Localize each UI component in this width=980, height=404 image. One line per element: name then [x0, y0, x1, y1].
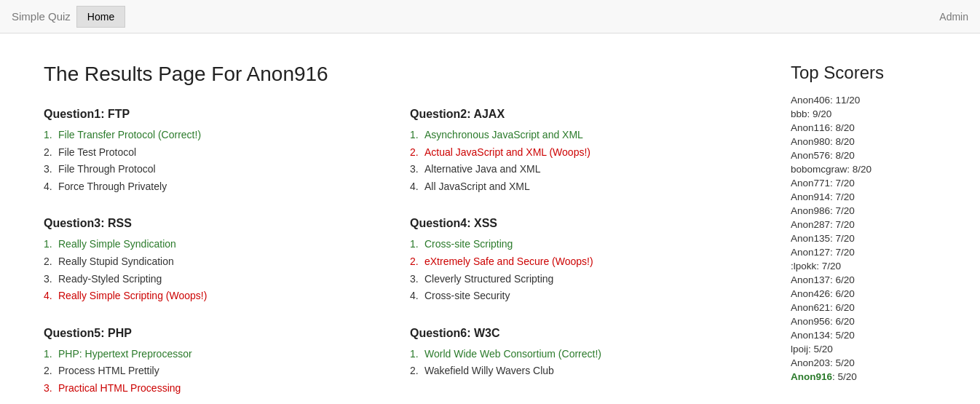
answer-list-q3: 1. Really Simple Syndication2. Really St…: [44, 237, 381, 303]
answer-item: 3. Practical HTML Processing: [44, 381, 381, 396]
answer-item: 2. Wakefield Willy Wavers Club: [410, 364, 747, 379]
answer-text: Force Through Privately: [58, 180, 167, 194]
answer-item: 4. Force Through Privately: [44, 180, 381, 194]
answer-num: 1.: [410, 128, 424, 143]
answer-num: 1.: [410, 347, 424, 362]
question-title-q1: Question1: FTP: [44, 108, 381, 121]
answer-text: Process HTML Prettily: [58, 364, 159, 379]
scorer-item: Anon116: 8/20: [791, 122, 936, 133]
answer-text: File Through Protocol: [58, 162, 156, 177]
answer-item: 2. Actual JavaScript and XML (Woops!): [410, 146, 747, 160]
answer-text: File Transfer Protocol (Correct!): [58, 128, 201, 143]
scorers-section: Top Scorers Anon406: 11/20bbb: 9/20Anon1…: [791, 63, 936, 404]
answer-num: 2.: [44, 364, 58, 379]
page-title: The Results Page For Anon916: [44, 63, 747, 86]
answer-num: 2.: [410, 364, 424, 379]
answer-item: 1. Really Simple Syndication: [44, 237, 381, 252]
question-title-q4: Question4: XSS: [410, 217, 747, 230]
scorer-item: Anon135: 7/20: [791, 233, 936, 244]
answer-num: 3.: [44, 272, 58, 287]
scorer-item: Anon576: 8/20: [791, 150, 936, 161]
question-block-q4: Question4: XSS1. Cross-site Scripting2. …: [410, 217, 747, 306]
scorer-item: Anon956: 6/20: [791, 316, 936, 327]
answer-text: All JavaScript and XML: [424, 180, 530, 194]
scorer-item: Anon621: 6/20: [791, 302, 936, 313]
answer-num: 3.: [410, 162, 424, 177]
answer-num: 3.: [44, 162, 58, 177]
question-block-q6: Question6: W3C1. World Wide Web Consorti…: [410, 327, 747, 399]
answer-item: 1. Cross-site Scripting: [410, 237, 747, 252]
question-block-q1: Question1: FTP1. File Transfer Protocol …: [44, 108, 381, 197]
answer-item: 4. Really Simple Scripting (Woops!): [44, 289, 381, 304]
answer-item: 2. File Test Protocol: [44, 146, 381, 160]
answer-num: 1.: [44, 237, 58, 252]
question-block-q5: Question5: PHP1. PHP: Hypertext Preproce…: [44, 327, 381, 399]
answer-item: 1. World Wide Web Consortium (Correct!): [410, 347, 747, 362]
answer-text: File Test Protocol: [58, 146, 136, 160]
navbar: Simple Quiz Home Admin: [0, 0, 980, 33]
scorer-item: Anon127: 7/20: [791, 247, 936, 258]
question-title-q6: Question6: W3C: [410, 327, 747, 340]
answer-num: 1.: [44, 128, 58, 143]
question-title-q3: Question3: RSS: [44, 217, 381, 230]
scorer-item: Anon980: 8/20: [791, 136, 936, 147]
answer-num: 4.: [410, 180, 424, 194]
answer-item: 1. File Transfer Protocol (Correct!): [44, 128, 381, 143]
answer-item: 3. File Through Protocol: [44, 162, 381, 177]
answer-list-q4: 1. Cross-site Scripting2. eXtremely Safe…: [410, 237, 747, 303]
navbar-admin: Admin: [939, 11, 968, 23]
question-title-q2: Question2: AJAX: [410, 108, 747, 121]
answer-list-q1: 1. File Transfer Protocol (Correct!)2. F…: [44, 128, 381, 194]
home-button[interactable]: Home: [76, 6, 125, 28]
answer-item: 2. eXtremely Safe and Secure (Woops!): [410, 255, 747, 269]
main-container: The Results Page For Anon916 Question1: …: [0, 33, 980, 404]
scorer-item: Anon134: 5/20: [791, 330, 936, 341]
answer-item: 4. All JavaScript and XML: [410, 180, 747, 194]
scorer-item: :lpokk: 7/20: [791, 261, 936, 272]
scorer-item: Anon426: 6/20: [791, 288, 936, 299]
answer-num: 4.: [44, 180, 58, 194]
answer-item: 2. Really Stupid Syndication: [44, 255, 381, 269]
answer-list-q5: 1. PHP: Hypertext Preprocessor2. Process…: [44, 347, 381, 396]
answer-list-q2: 1. Asynchronous JavaScript and XML2. Act…: [410, 128, 747, 194]
scorer-item: lpoij: 5/20: [791, 344, 936, 355]
answer-num: 2.: [410, 255, 424, 269]
answer-text: Cross-site Security: [424, 289, 510, 304]
answer-list-q6: 1. World Wide Web Consortium (Correct!)2…: [410, 347, 747, 379]
answer-item: 2. Process HTML Prettily: [44, 364, 381, 379]
answer-num: 1.: [410, 237, 424, 252]
answer-text: eXtremely Safe and Secure (Woops!): [424, 255, 593, 269]
answer-item: 3. Ready-Styled Scripting: [44, 272, 381, 287]
answer-num: 3.: [410, 272, 424, 287]
scorer-item: Anon203: 5/20: [791, 357, 936, 368]
answer-text: Cross-site Scripting: [424, 237, 513, 252]
answer-num: 4.: [410, 289, 424, 304]
answer-num: 2.: [44, 146, 58, 160]
results-section: The Results Page For Anon916 Question1: …: [44, 63, 747, 404]
scorer-item: Anon916: 5/20: [791, 371, 936, 382]
question-block-q2: Question2: AJAX1. Asynchronous JavaScrip…: [410, 108, 747, 197]
scorers-list: Anon406: 11/20bbb: 9/20Anon116: 8/20Anon…: [791, 95, 936, 382]
question-title-q5: Question5: PHP: [44, 327, 381, 340]
answer-item: 1. Asynchronous JavaScript and XML: [410, 128, 747, 143]
answer-num: 2.: [410, 146, 424, 160]
scorers-title: Top Scorers: [791, 63, 936, 83]
answer-item: 1. PHP: Hypertext Preprocessor: [44, 347, 381, 362]
answer-item: 4. Cross-site Security: [410, 289, 747, 304]
answer-text: World Wide Web Consortium (Correct!): [424, 347, 601, 362]
answer-text: Really Simple Syndication: [58, 237, 176, 252]
answer-text: Actual JavaScript and XML (Woops!): [424, 146, 590, 160]
answer-num: 2.: [44, 255, 58, 269]
question-block-q3: Question3: RSS1. Really Simple Syndicati…: [44, 217, 381, 306]
answer-item: 3. Cleverly Structured Scripting: [410, 272, 747, 287]
answer-text: Really Stupid Syndication: [58, 255, 174, 269]
navbar-brand: Simple Quiz: [12, 10, 71, 23]
answer-text: Practical HTML Processing: [58, 381, 181, 396]
scorer-item: bobomcgraw: 8/20: [791, 164, 936, 175]
answer-text: Really Simple Scripting (Woops!): [58, 289, 207, 304]
scorer-item: Anon914: 7/20: [791, 191, 936, 202]
answer-text: Alternative Java and XML: [424, 162, 541, 177]
scorer-item: Anon771: 7/20: [791, 178, 936, 189]
answer-text: Cleverly Structured Scripting: [424, 272, 553, 287]
questions-grid: Question1: FTP1. File Transfer Protocol …: [44, 108, 747, 404]
